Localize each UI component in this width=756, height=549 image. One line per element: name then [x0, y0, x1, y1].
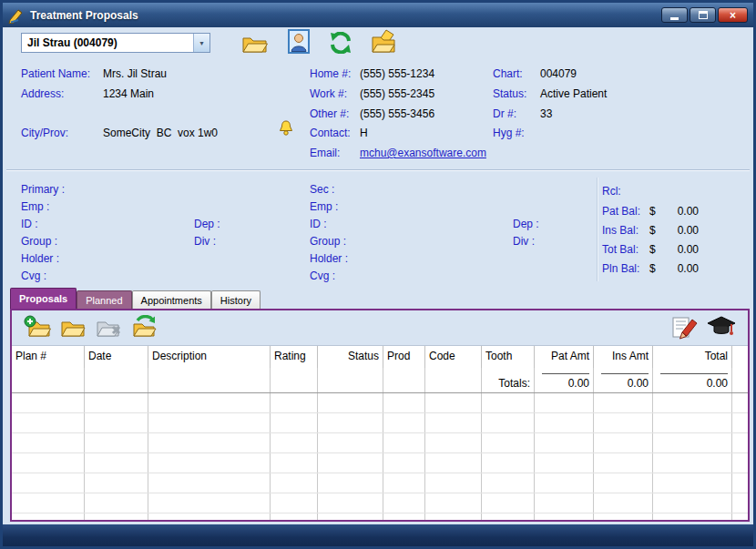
address-label: Address: — [21, 87, 103, 100]
column-header-status[interactable]: Status — [318, 346, 383, 368]
tab-proposals[interactable]: Proposals — [10, 288, 77, 309]
column-header-total[interactable]: Total — [653, 346, 732, 368]
table-row[interactable] — [12, 413, 748, 433]
empty-cell — [85, 493, 148, 513]
pat-amt-total-cell: 0.00 — [535, 368, 594, 392]
refresh-icon — [328, 32, 353, 56]
treatment-proposals-icon — [8, 7, 25, 24]
maximize-icon — [699, 11, 708, 19]
column-header-code[interactable]: Code — [425, 346, 482, 368]
empty-cell — [148, 473, 271, 493]
column-header-description[interactable]: Description — [148, 346, 271, 368]
proposals-table: Plan # Date Description Rating Status Pr… — [12, 345, 748, 520]
minimize-icon — [670, 17, 679, 20]
empty-cell — [535, 473, 594, 493]
new-folder-icon — [24, 315, 51, 341]
contact-row: Contact: H — [310, 126, 368, 140]
email-link[interactable]: mchu@exansoftware.com — [360, 147, 486, 159]
empty-cell — [535, 433, 594, 452]
patient-chart-button[interactable] — [371, 29, 396, 56]
home-phone-row: Home #: (555) 555-1234 — [310, 66, 434, 81]
empty-cell — [653, 393, 732, 412]
empty-cell — [653, 433, 732, 452]
table-row[interactable] — [12, 453, 748, 473]
empty-cell — [85, 393, 148, 412]
table-row[interactable] — [12, 433, 748, 453]
patient-selector[interactable]: Jil Strau (004079) ▼ — [21, 33, 210, 53]
email-row: Email: mchu@exansoftware.com — [310, 146, 486, 160]
primary-holder-label: Holder : — [21, 252, 59, 265]
empty-cell — [12, 433, 85, 452]
empty-cell — [425, 433, 482, 452]
tab-planned[interactable]: Planned — [77, 290, 131, 309]
other-phone-value: (555) 555-3456 — [360, 107, 434, 120]
patient-card-icon — [288, 29, 310, 56]
sign-proposal-button[interactable] — [669, 314, 699, 344]
maximize-button[interactable] — [690, 7, 716, 23]
delete-proposal-button[interactable] — [94, 314, 123, 342]
titlebar[interactable]: Treatment Proposals × — [3, 3, 753, 27]
column-header-ins-amt[interactable]: Ins Amt — [594, 346, 653, 368]
empty-cell — [12, 393, 85, 412]
primary-id-label: ID : — [21, 218, 38, 230]
tab-appointments[interactable]: Appointments — [132, 290, 211, 309]
empty-cell — [318, 368, 383, 392]
status-row: Status: Active Patient — [493, 86, 607, 101]
primary-label: Primary : — [21, 183, 65, 196]
city-prov-row: City/Prov: SomeCity BC vox 1w0 — [21, 126, 218, 140]
window-title: Treatment Proposals — [30, 9, 138, 22]
empty-cell — [271, 473, 318, 493]
table-row[interactable] — [12, 493, 748, 513]
new-proposal-button[interactable] — [23, 314, 52, 342]
empty-cell — [594, 393, 653, 412]
sec-div-label: Div : — [513, 235, 535, 248]
column-header-pat-amt[interactable]: Pat Amt — [535, 346, 594, 368]
empty-cell — [383, 473, 425, 493]
empty-cell — [482, 453, 535, 473]
delete-folder-icon — [95, 315, 122, 341]
primary-cvg-label: Cvg : — [21, 269, 46, 282]
tab-history[interactable]: History — [211, 290, 261, 309]
empty-cell — [85, 453, 148, 473]
import-proposal-button[interactable] — [129, 314, 158, 342]
chart-label: Chart: — [493, 67, 540, 80]
pln-bal-value: 0.00 — [664, 262, 699, 275]
empty-cell — [594, 433, 653, 452]
ins-amt-total-cell: 0.00 — [594, 368, 653, 392]
pln-bal-label: Pln Bal: — [602, 262, 649, 275]
column-header-plan[interactable]: Plan # — [12, 346, 85, 368]
empty-cell — [271, 413, 318, 432]
chart-folder-icon — [371, 29, 396, 56]
table-row[interactable] — [12, 393, 748, 413]
empty-cell — [318, 473, 383, 493]
table-row[interactable] — [12, 513, 748, 520]
empty-cell — [482, 513, 535, 520]
empty-cell — [318, 413, 383, 432]
sign-pen-icon — [670, 315, 698, 343]
column-header-prod[interactable]: Prod — [383, 346, 425, 368]
status-value: Active Patient — [540, 87, 607, 100]
contact-alert-button[interactable] — [278, 119, 294, 139]
open-patient-folder-button[interactable] — [241, 32, 269, 56]
empty-cell — [271, 513, 318, 520]
empty-cell — [383, 393, 425, 412]
empty-cell — [425, 493, 482, 513]
ins-bal-row: Ins Bal: $ 0.00 — [602, 223, 699, 238]
open-proposal-button[interactable] — [58, 314, 87, 342]
column-header-tooth[interactable]: Tooth — [482, 346, 535, 368]
minimize-button[interactable] — [661, 7, 688, 23]
column-header-date[interactable]: Date — [85, 346, 148, 368]
proposals-toolbar — [12, 310, 748, 345]
chevron-down-icon[interactable]: ▼ — [193, 34, 209, 52]
tot-bal-row: Tot Bal: $ 0.00 — [602, 242, 699, 257]
patient-selector-value: Jil Strau (004079) — [22, 34, 193, 52]
contact-value: H — [360, 127, 368, 139]
bell-icon — [278, 119, 294, 139]
patient-education-button[interactable] — [706, 314, 737, 344]
patient-details-button[interactable] — [288, 29, 310, 56]
empty-cell — [85, 413, 148, 432]
column-header-rating[interactable]: Rating — [271, 346, 318, 368]
refresh-button[interactable] — [328, 32, 353, 56]
close-button[interactable]: × — [718, 7, 748, 23]
table-row[interactable] — [12, 473, 748, 493]
